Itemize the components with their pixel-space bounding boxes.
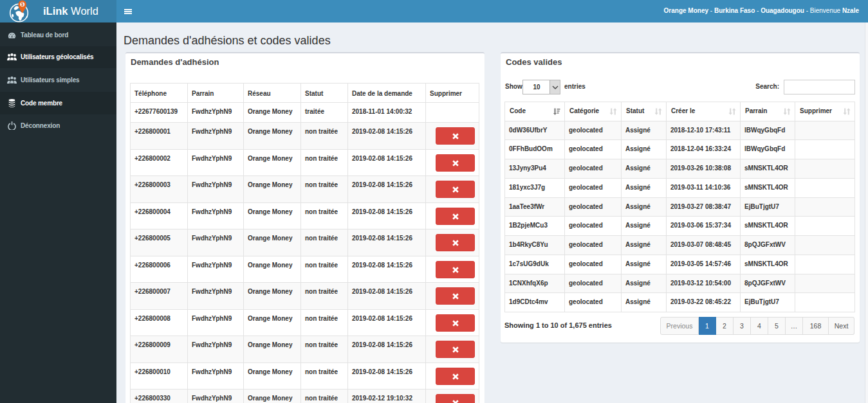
svg-text:$: $ [21,2,24,7]
